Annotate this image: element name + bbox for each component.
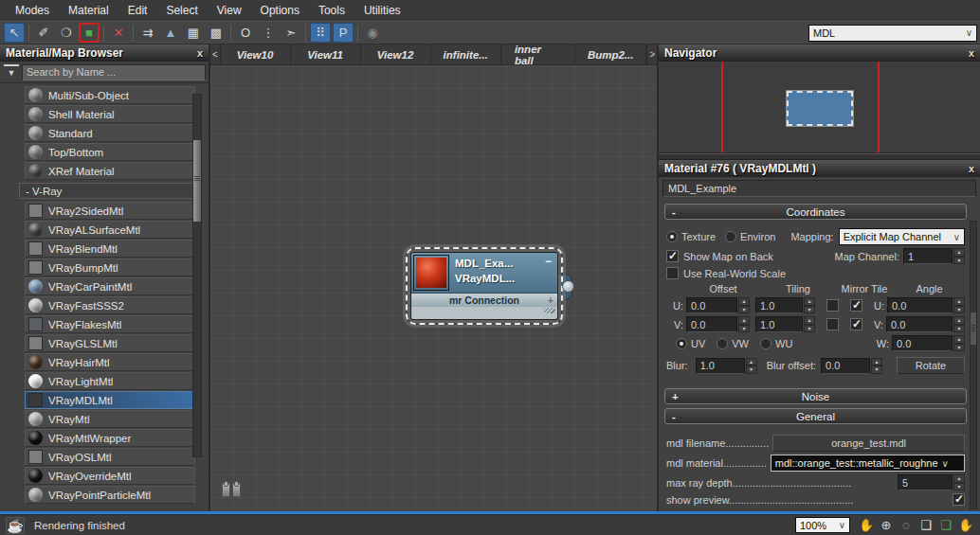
u-offset-spinner[interactable]: [738, 297, 750, 313]
show-background-icon[interactable]: ▩: [206, 23, 227, 43]
material-panel-scrollbar-thumb[interactable]: [971, 312, 976, 345]
list-item-vraymdlmtl[interactable]: VRayMDLMtl: [25, 391, 195, 409]
texture-radio[interactable]: [666, 231, 678, 242]
hide-unused-nodeslots-icon[interactable]: ⠿: [310, 23, 331, 43]
browser-scrollbar[interactable]: [192, 94, 202, 457]
map-channel-field[interactable]: 1: [903, 248, 953, 264]
rotate-button[interactable]: Rotate: [897, 357, 965, 374]
navigator-close-icon[interactable]: x: [969, 47, 974, 59]
layout-children-icon[interactable]: ➣: [281, 23, 301, 43]
max-ray-depth-spinner[interactable]: [953, 474, 965, 490]
list-item-vrayoslmtl[interactable]: VRayOSLMtl: [25, 448, 195, 466]
mdl-filename-button[interactable]: orange_test.mdl: [772, 435, 965, 452]
blur-offset-spinner[interactable]: [871, 358, 882, 374]
u-angle-spinner[interactable]: [953, 297, 965, 313]
mapping-dropdown[interactable]: Explicit Map Channel: [839, 228, 965, 245]
zoom-extents-icon[interactable]: ❑: [917, 517, 935, 534]
rollout-general-state-icon[interactable]: -: [672, 411, 676, 422]
blur-spinner[interactable]: [746, 358, 757, 374]
browser-scrollbar-thumb[interactable]: [193, 140, 201, 222]
list-item-vraycarpaintmtl[interactable]: VRayCarPaintMtl: [25, 277, 195, 295]
list-item-vray2sidedmtl[interactable]: VRay2SidedMtl: [25, 202, 195, 220]
menu-item-tools[interactable]: Tools: [309, 1, 354, 20]
v-offset-field[interactable]: 0.0: [686, 316, 737, 332]
list-item-vraypointparticlemtl[interactable]: VRayPointParticleMtl: [25, 486, 195, 504]
pan-hand-icon[interactable]: ✋: [957, 517, 974, 534]
v-tiling-field[interactable]: 1.0: [755, 316, 803, 332]
tab-view11[interactable]: View11: [291, 45, 361, 64]
w-field[interactable]: 0.0: [892, 335, 953, 351]
delete-selected-icon[interactable]: ✕: [108, 23, 129, 43]
material-name-field[interactable]: MDL_Example: [662, 180, 976, 197]
node-output-socket[interactable]: [562, 280, 574, 293]
u-tiling-field[interactable]: 1.0: [755, 297, 803, 313]
u-offset-field[interactable]: 0.0: [686, 297, 737, 313]
wu-radio[interactable]: [760, 338, 771, 349]
tab-inner-ball[interactable]: inner ball: [501, 45, 575, 64]
u-mirror-checkbox[interactable]: [826, 299, 839, 312]
menu-item-view[interactable]: View: [208, 1, 251, 20]
rollout-noise[interactable]: + Noise: [664, 388, 967, 404]
select-tool-icon[interactable]: ↖: [4, 23, 25, 43]
list-item-vrayflakesmtl[interactable]: VRayFlakesMtl: [25, 315, 195, 333]
material-panel-close-icon[interactable]: x: [969, 163, 974, 174]
browser-filter-icon[interactable]: ▼: [4, 64, 19, 80]
use-real-world-scale-checkbox[interactable]: [666, 267, 679, 279]
group-header-v-ray[interactable]: - V-Ray: [19, 183, 197, 199]
blur-offset-field[interactable]: 0.0: [821, 358, 870, 374]
tabs-prev-icon[interactable]: <: [210, 45, 221, 64]
list-item-multi-sub-object[interactable]: Multi/Sub-Object: [25, 86, 195, 104]
layout-all-vertical-icon[interactable]: ⋮: [258, 23, 279, 43]
list-item-vrayalsurfacemtl[interactable]: VRayALSurfaceMtl: [25, 221, 195, 239]
menu-item-utilities[interactable]: Utilities: [354, 1, 410, 20]
move-children-icon[interactable]: ⇉: [137, 23, 158, 43]
v-angle-field[interactable]: 0.0: [886, 316, 953, 332]
menu-item-edit[interactable]: Edit: [118, 1, 157, 20]
navigator-canvas[interactable]: [659, 62, 980, 153]
list-item-standard[interactable]: Standard: [25, 124, 195, 142]
tabs-next-icon[interactable]: >: [646, 45, 657, 64]
vw-radio[interactable]: [717, 338, 728, 349]
rollout-coordinates[interactable]: - Coordinates: [664, 204, 967, 220]
node-collapse-icon[interactable]: −: [545, 255, 552, 268]
u-angle-field[interactable]: 0.0: [887, 297, 953, 313]
list-item-xref-material[interactable]: XRef Material: [25, 162, 195, 180]
zoom-level-dropdown[interactable]: 100%: [795, 517, 850, 533]
render-map-icon[interactable]: ▦: [183, 23, 204, 43]
material-panel-scrollbar[interactable]: [970, 221, 977, 509]
zoom-extents-selected-icon[interactable]: ❑: [937, 517, 954, 534]
put-material-to-scene-icon[interactable]: ❍: [56, 23, 77, 43]
max-ray-depth-field[interactable]: 5: [898, 474, 953, 490]
list-item-shell-material[interactable]: Shell Material: [25, 105, 195, 123]
list-item-vrayglslmtl[interactable]: VRayGLSLMtl: [25, 334, 195, 352]
v-tiling-spinner[interactable]: [804, 316, 815, 332]
parameter-editor-icon[interactable]: P: [333, 23, 354, 43]
show-preview-checkbox[interactable]: [953, 493, 965, 506]
rollout-general[interactable]: - General: [664, 408, 967, 424]
pan-icon[interactable]: ✋: [858, 517, 875, 534]
v-mirror-checkbox[interactable]: [826, 318, 839, 330]
update-preview-icon[interactable]: ▲: [160, 23, 181, 43]
node-canvas[interactable]: MDL_Exa... VRayMDL... − mr Connection +: [210, 65, 657, 511]
tab-infinite[interactable]: infinite...: [431, 45, 501, 64]
list-item-vraymtlwrapper[interactable]: VRayMtlWrapper: [25, 429, 195, 447]
v-tile-checkbox[interactable]: [850, 318, 862, 330]
material-type-dropdown[interactable]: MDL: [808, 25, 977, 42]
node-slot-mr-connection[interactable]: mr Connection +: [411, 293, 557, 307]
blur-field[interactable]: 1.0: [696, 358, 745, 374]
assign-material-to-selection-icon[interactable]: ■: [79, 23, 100, 43]
tab-view12[interactable]: View12: [361, 45, 431, 64]
node-header[interactable]: MDL_Exa... VRayMDL... −: [411, 253, 557, 293]
zoom-region-icon[interactable]: ◌: [898, 517, 915, 534]
tab-bump2[interactable]: Bump2...: [575, 45, 647, 64]
environ-radio[interactable]: [725, 231, 736, 242]
menu-item-modes[interactable]: Modes: [6, 1, 59, 20]
node-resize-grip[interactable]: [411, 307, 557, 319]
menu-item-material[interactable]: Material: [59, 1, 118, 20]
material-id-channel-icon[interactable]: O: [235, 23, 256, 43]
list-item-vraymtl[interactable]: VRayMtl: [25, 410, 195, 428]
rollout-noise-state-icon[interactable]: +: [672, 391, 679, 402]
show-map-on-back-checkbox[interactable]: [666, 250, 679, 262]
rollout-coordinates-state-icon[interactable]: -: [672, 206, 676, 218]
u-tile-checkbox[interactable]: [850, 299, 862, 312]
